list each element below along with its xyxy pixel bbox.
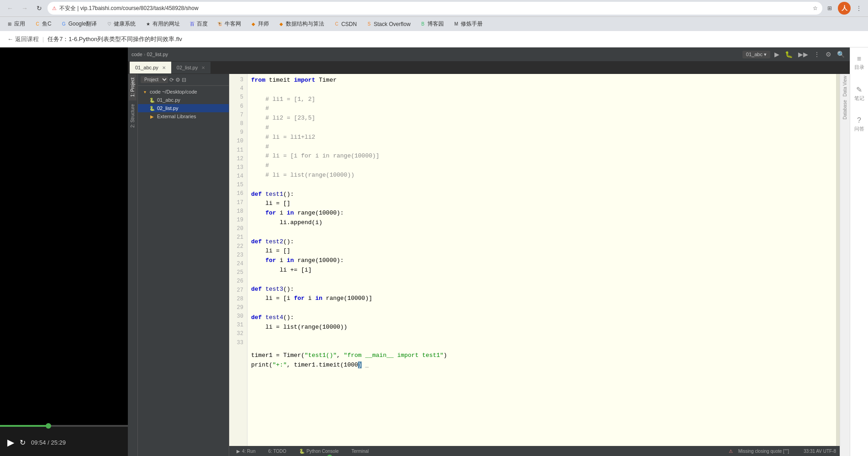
project-select[interactable]: Project [141, 76, 168, 83]
code-line-5: # li1 = [1, 2] [251, 95, 832, 105]
wenda-label: 问答 [854, 126, 864, 132]
tree-01abc-label: 01_abc.py [157, 97, 180, 103]
bookmark-niuke[interactable]: 🐮 牛客网 [215, 19, 243, 29]
code-line-4 [251, 85, 832, 95]
right-panel-btn-mulu[interactable]: ≡ 目录 [852, 51, 866, 74]
bookmark-cnblogs[interactable]: B 博客园 [418, 19, 446, 29]
bookmark-niuke-label: 牛客网 [225, 20, 241, 28]
current-time: 09:54 [31, 439, 46, 446]
bookmark-baidu-label: 百度 [197, 20, 208, 28]
bookmark-health[interactable]: ♡ 健康系统 [104, 19, 137, 29]
scrollbar-vertical[interactable] [836, 74, 840, 446]
bookmark-useful[interactable]: ★ 有用的网址 [143, 19, 182, 29]
play-button[interactable]: ▶ [7, 437, 14, 448]
bookmark-apps[interactable]: ⊞ 应用 [5, 19, 27, 29]
debug-icon[interactable]: 🐛 [784, 50, 794, 59]
database-tab[interactable]: Database [841, 98, 849, 121]
ide-status-bar: ▶ 4: Run 6: TODO 🐍 Python Console Termin… [229, 446, 840, 456]
ext-libs-icon: ▶ [149, 113, 155, 120]
lock-icon: ⚠ [52, 5, 57, 11]
search-icon[interactable]: 🔍 [836, 50, 846, 59]
more-icon[interactable]: ⋮ [812, 50, 821, 59]
ln-33: 33 [229, 339, 243, 347]
tab-02-list-close[interactable]: ✕ [201, 65, 205, 70]
ide-tabs: 01_abc.py ✕ 02_list.py ✕ [128, 61, 850, 74]
code-content[interactable]: 3 4 5 6 7 8 9 10 11 12 13 14 15 16 [229, 74, 840, 446]
back-link[interactable]: ← 返回课程 [7, 35, 39, 43]
bottom-tab-python[interactable]: 🐍 Python Console [295, 448, 342, 455]
bookmark-fishc[interactable]: C 鱼C [32, 19, 53, 29]
bottom-tab-terminal[interactable]: Terminal [348, 448, 373, 455]
settings-icon[interactable]: ⚙ [824, 50, 833, 59]
ide-body: 1: Project 2: Structure Project ⟳ ⚙ ⊟ ▾ … [128, 74, 850, 456]
code-line-18: li.append(i) [251, 218, 832, 228]
code-editor: 3 4 5 6 7 8 9 10 11 12 13 14 15 16 [229, 74, 840, 456]
code-line-30 [251, 332, 832, 342]
reload-button[interactable]: ↻ [33, 2, 46, 15]
run-config[interactable]: 01_abc ▾ [742, 51, 770, 58]
bookmark-cnblogs-label: 博客园 [427, 20, 444, 28]
code-line-13: # li = list(range(10000)) [251, 171, 832, 180]
data-view-tab[interactable]: Data View [841, 74, 849, 98]
project-panel: Project ⟳ ⚙ ⊟ ▾ code ~/Desktop/code 🐍 01… [138, 74, 229, 456]
bookmark-manual[interactable]: M 修炼手册 [451, 19, 484, 29]
tree-item-root[interactable]: ▾ code ~/Desktop/code [138, 88, 229, 96]
extensions-icon[interactable]: ⊞ [824, 3, 835, 14]
back-link-label: 返回课程 [15, 35, 39, 43]
useful-icon: ★ [145, 21, 151, 27]
bottom-tab-todo[interactable]: 6: TODO [264, 448, 290, 455]
tab-01-abc-close[interactable]: ✕ [162, 65, 166, 70]
run-icon[interactable]: ▶ [773, 50, 781, 59]
bookmark-fishc-label: 鱼C [42, 20, 52, 28]
nav-icons-right: ⊞ 人 ⋮ [824, 2, 864, 15]
biji-icon: ✎ [856, 85, 862, 94]
tree-item-01abc[interactable]: 🐍 01_abc.py [138, 96, 229, 104]
bookmark-baidu[interactable]: 百 百度 [187, 19, 210, 29]
main-layout: ▶ ↻ 09:54 / 25:29 code › 02_list.py 01_a… [0, 47, 868, 456]
tree-item-ext-libs[interactable]: ▶ External Libraries [138, 112, 229, 121]
back-button[interactable]: ← [4, 2, 16, 15]
progress-bar[interactable] [0, 425, 128, 427]
bookmarks-bar: ⊞ 应用 C 鱼C G Google翻译 ♡ 健康系统 ★ 有用的网址 百 百度… [0, 16, 868, 31]
manual-icon: M [453, 21, 459, 27]
collapse-icon[interactable]: ⊟ [182, 77, 186, 83]
tab-01-abc[interactable]: 01_abc.py ✕ [130, 62, 171, 73]
bookmark-google[interactable]: G Google翻译 [59, 19, 99, 29]
address-bar[interactable]: ⚠ 不安全 | vip.17baishi.com/course/8023/tas… [47, 2, 822, 15]
right-panel-btn-wenda[interactable]: ? 问答 [852, 113, 866, 136]
right-panel-btn-biji[interactable]: ✎ 笔记 [852, 82, 866, 105]
code-line-9: # li = li1+li2 [251, 133, 832, 142]
run-with-coverage-icon[interactable]: ▶▶ [797, 50, 810, 59]
gear-icon[interactable]: ⚙ [175, 77, 180, 83]
ln-9: 9 [229, 128, 243, 137]
bookmark-baishi[interactable]: ◆ 拜师 [248, 19, 271, 29]
code-lines[interactable]: from timeit import Timer # li1 = [1, 2] … [247, 74, 836, 446]
menu-icon[interactable]: ⋮ [853, 3, 864, 14]
code-line-32: timer1 = Timer("test1()", "from __main__… [251, 351, 832, 361]
profile-icon[interactable]: 人 [838, 2, 851, 15]
bookmark-dsa[interactable]: ◆ 数据结构与算法 [276, 19, 326, 29]
bookmark-stackoverflow[interactable]: S Stack Overflow [364, 20, 412, 28]
bottom-tab-run[interactable]: ▶ 4: Run [233, 448, 259, 455]
side-tab-project[interactable]: 1: Project [129, 74, 137, 100]
code-line-29: li = list(range(10000)) [251, 323, 832, 332]
code-line-20: def test2(): [251, 237, 832, 247]
ln-31: 31 [229, 321, 243, 330]
tab-02-list[interactable]: 02_list.py ✕ [171, 62, 210, 73]
side-tab-structure[interactable]: 2: Structure [129, 100, 137, 131]
tree-item-02list[interactable]: 🐍 02_list.py [138, 104, 229, 112]
bookmark-csdn[interactable]: C CSDN [331, 20, 358, 28]
py-icon-02: 🐍 [149, 105, 155, 111]
ln-12: 12 [229, 155, 243, 163]
cnblogs-icon: B [420, 21, 426, 27]
sync-icon[interactable]: ⟳ [169, 77, 174, 83]
python-tab-label: Python Console [306, 449, 339, 454]
ln-4: 4 [229, 84, 243, 93]
code-line-14 [251, 180, 832, 190]
todo-tab-label: 6: TODO [268, 449, 286, 454]
replay-button[interactable]: ↻ [20, 438, 26, 447]
code-line-3: from timeit import Timer [251, 76, 832, 85]
ln-17: 17 [229, 199, 243, 207]
forward-button[interactable]: → [18, 2, 31, 15]
video-controls: ▶ ↻ 09:54 / 25:29 [0, 425, 128, 456]
